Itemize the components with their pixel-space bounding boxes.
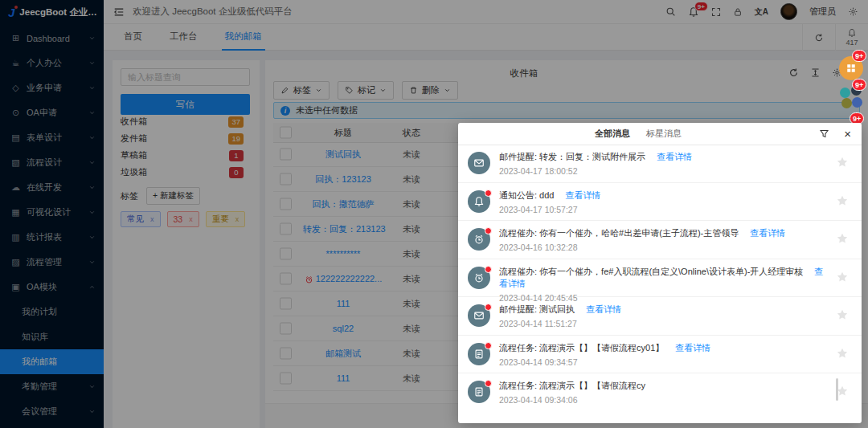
- notice-title: 流程催办: 你有一个催办，fe#入职流程(自定义\Online\设计表单)-开人…: [499, 267, 803, 276]
- star-icon[interactable]: [836, 271, 849, 283]
- star-glyph-icon: [836, 308, 849, 321]
- star-icon[interactable]: [836, 156, 849, 169]
- notice-item[interactable]: 邮件提醒: 转发：回复：测试附件展示查看详情2023-04-17 18:00:5…: [458, 145, 862, 183]
- notice-time: 2023-04-14 09:34:57: [499, 357, 828, 367]
- close-icon[interactable]: ×: [844, 128, 851, 140]
- notice-body: 邮件提醒: 测试回执查看详情2023-04-14 11:51:27: [499, 304, 828, 328]
- doc-glyph-icon: [473, 349, 485, 360]
- notice-body: 流程催办: 你有一个催办，哈哈#出差申请(主子流程)-主管领导查看详情2023-…: [499, 227, 828, 252]
- tab-all-messages[interactable]: 全部消息: [595, 128, 630, 140]
- view-details-link[interactable]: 查看详情: [675, 343, 710, 353]
- star-glyph-icon: [836, 232, 849, 245]
- unread-dot: [485, 342, 492, 349]
- app-root: J JeecgBoot 企业级... ⊞Dashboard☕个人办公◇业务申请⊙…: [0, 0, 868, 428]
- notice-item[interactable]: 通知公告: ddd查看详情2023-04-17 10:57:27: [458, 183, 862, 222]
- mail-glyph-icon: [473, 310, 485, 321]
- notice-body: 流程任务: 流程演示【】【请假流程cy01】查看详情2023-04-14 09:…: [499, 342, 828, 367]
- notice-popup-header: 全部消息 标星消息 ×: [458, 123, 862, 145]
- notice-line1: 流程催办: 你有一个催办，哈哈#出差申请(主子流程)-主管领导查看详情: [499, 227, 828, 239]
- notice-line1: 流程任务: 流程演示【】【请假流程cy01】查看详情: [499, 342, 828, 354]
- star-glyph-icon: [836, 156, 849, 169]
- notice-time: 2023-04-16 10:32:28: [499, 243, 828, 252]
- notice-line1: 邮件提醒: 测试回执查看详情: [499, 304, 828, 316]
- widget-badge: 9+: [852, 79, 866, 91]
- notice-body: 邮件提醒: 转发：回复：测试附件展示查看详情2023-04-17 18:00:5…: [499, 151, 828, 176]
- notice-body: 通知公告: ddd查看详情2023-04-17 10:57:27: [499, 190, 828, 214]
- unread-dot: [485, 227, 492, 234]
- notice-title: 流程任务: 流程演示【】【请假流程cy: [499, 381, 645, 390]
- mail-icon: [468, 152, 490, 174]
- doc-glyph-icon: [473, 386, 485, 397]
- notice-line1: 流程催办: 你有一个催办，fe#入职流程(自定义\Online\设计表单)-开人…: [499, 266, 828, 290]
- bell-glyph-icon: [473, 196, 485, 207]
- star-icon[interactable]: [836, 194, 849, 207]
- view-details-link[interactable]: 查看详情: [565, 190, 600, 200]
- notice-tabs: 全部消息 标星消息: [595, 123, 682, 145]
- color-dot-olive: [841, 98, 852, 108]
- star-glyph-icon: [836, 271, 849, 283]
- notice-header-icons: ×: [819, 123, 851, 145]
- star-glyph-icon: [836, 347, 849, 360]
- notice-title: 流程任务: 流程演示【】【请假流程cy01】: [499, 343, 664, 353]
- tab-starred-messages[interactable]: 标星消息: [646, 128, 682, 140]
- popup-scrollbar[interactable]: [836, 378, 838, 401]
- notice-time: 2023-04-17 18:00:52: [499, 166, 828, 176]
- unread-dot: [485, 266, 492, 273]
- notice-list: 邮件提醒: 转发：回复：测试附件展示查看详情2023-04-17 18:00:5…: [458, 145, 862, 423]
- view-details-link[interactable]: 查看详情: [657, 152, 692, 161]
- notice-line1: 流程任务: 流程演示【】【请假流程cy: [499, 380, 828, 392]
- notice-body: 流程任务: 流程演示【】【请假流程cy2023-04-14 09:34:06: [499, 380, 828, 405]
- star-icon[interactable]: [836, 347, 849, 360]
- notice-time: 2023-04-14 11:51:27: [499, 319, 828, 328]
- notice-title: 邮件提醒: 转发：回复：测试附件展示: [499, 152, 645, 161]
- alarm-glyph-icon: [473, 272, 485, 283]
- color-dot-teal: [840, 88, 850, 98]
- notice-item[interactable]: 流程任务: 流程演示【】【请假流程cy2023-04-14 09:34:06: [458, 373, 862, 411]
- widget-badge: 9+: [852, 50, 866, 62]
- mail-glyph-icon: [473, 157, 485, 169]
- notice-item[interactable]: 邮件提醒: 测试回执查看详情2023-04-14 11:51:27: [458, 297, 862, 336]
- alarm-glyph-icon: [473, 234, 485, 245]
- unread-dot: [485, 190, 492, 197]
- view-details-link[interactable]: 查看详情: [586, 304, 621, 314]
- notice-time: 2023-04-17 10:57:27: [499, 205, 828, 214]
- grid-icon: [845, 63, 857, 74]
- filter-funnel-icon[interactable]: [819, 128, 829, 139]
- notice-line1: 邮件提醒: 转发：回复：测试附件展示查看详情: [499, 151, 828, 163]
- notice-line1: 通知公告: ddd查看详情: [499, 190, 828, 202]
- notice-popup: 全部消息 标星消息 × 邮件提醒: 转发：回复：测试附件展示查看详情2023-0…: [458, 123, 862, 423]
- notice-title: 邮件提醒: 测试回执: [499, 304, 575, 314]
- unread-dot: [485, 380, 492, 387]
- star-glyph-icon: [836, 194, 849, 207]
- notice-time: 2023-04-14 09:34:06: [499, 395, 828, 405]
- notice-item[interactable]: 流程催办: 你有一个催办，fe#入职流程(自定义\Online\设计表单)-开人…: [458, 259, 862, 298]
- color-dot-blue: [852, 97, 862, 108]
- notice-item[interactable]: 流程催办: 你有一个催办，哈哈#出差申请(主子流程)-主管领导查看详情2023-…: [458, 221, 862, 259]
- notice-item[interactable]: 流程任务: 流程演示【】【请假流程cy01】查看详情2023-04-14 09:…: [458, 336, 862, 374]
- star-icon[interactable]: [836, 308, 849, 321]
- star-icon[interactable]: [836, 232, 849, 245]
- view-details-link[interactable]: 查看详情: [750, 228, 785, 238]
- unread-dot: [485, 304, 492, 311]
- notice-title: 流程催办: 你有一个催办，哈哈#出差申请(主子流程)-主管领导: [499, 228, 739, 238]
- notice-title: 通知公告: ddd: [499, 190, 554, 200]
